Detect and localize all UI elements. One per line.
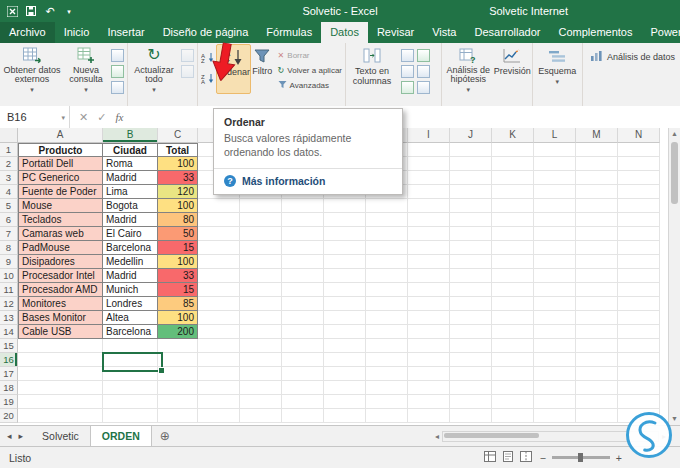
cell-B19[interactable] — [103, 395, 158, 409]
cell-C4[interactable]: 120 — [158, 185, 198, 199]
cell-D14[interactable] — [198, 325, 240, 339]
cell-B13[interactable]: Altea — [103, 311, 158, 325]
cell-D15[interactable] — [198, 339, 240, 353]
mini-tool-icon[interactable] — [401, 65, 414, 78]
cell-B3[interactable]: Madrid — [103, 171, 158, 185]
cell-J20[interactable] — [450, 409, 492, 423]
column-header-M[interactable]: M — [576, 128, 618, 143]
column-header-I[interactable]: I — [408, 128, 450, 143]
cell-B11[interactable]: Munich — [103, 283, 158, 297]
cell-N16[interactable] — [618, 353, 660, 367]
cell-G6[interactable] — [324, 213, 366, 227]
cell-C8[interactable]: 15 — [158, 241, 198, 255]
row-header-11[interactable]: 11 — [0, 283, 18, 297]
cell-E13[interactable] — [240, 311, 282, 325]
cell-A19[interactable] — [18, 395, 103, 409]
cell-K12[interactable] — [492, 297, 534, 311]
add-sheet-button[interactable]: ⊕ — [152, 426, 178, 446]
cell-B10[interactable]: Madrid — [103, 269, 158, 283]
cell-M10[interactable] — [576, 269, 618, 283]
cell-A17[interactable] — [18, 367, 103, 381]
cell-B14[interactable]: Barcelona — [103, 325, 158, 339]
cell-A7[interactable]: Camaras web — [18, 227, 103, 241]
cell-N8[interactable] — [618, 241, 660, 255]
column-header-K[interactable]: K — [492, 128, 534, 143]
row-header-12[interactable]: 12 — [0, 297, 18, 311]
cell-B6[interactable]: Madrid — [103, 213, 158, 227]
cell-C19[interactable] — [158, 395, 198, 409]
cell-H15[interactable] — [366, 339, 408, 353]
forecast-button[interactable]: Previsión — [493, 44, 531, 94]
cell-L5[interactable] — [534, 199, 576, 213]
column-header-B[interactable]: B — [103, 128, 158, 143]
cell-C3[interactable]: 33 — [158, 171, 198, 185]
cell-B7[interactable]: El Cairo — [103, 227, 158, 241]
cell-F9[interactable] — [282, 255, 324, 269]
cell-M1[interactable] — [576, 143, 618, 157]
cell-F13[interactable] — [282, 311, 324, 325]
cell-N4[interactable] — [618, 185, 660, 199]
cell-K15[interactable] — [492, 339, 534, 353]
cell-D9[interactable] — [198, 255, 240, 269]
cell-A10[interactable]: Procesador Intel — [18, 269, 103, 283]
mini-tool-icon[interactable] — [111, 81, 124, 94]
cell-K13[interactable] — [492, 311, 534, 325]
mini-tool-icon[interactable] — [417, 65, 430, 78]
cell-G20[interactable] — [324, 409, 366, 423]
clear-filter-button[interactable]: ✕ Borrar — [278, 49, 342, 61]
row-header-19[interactable]: 19 — [0, 395, 18, 409]
cell-I13[interactable] — [408, 311, 450, 325]
cell-G17[interactable] — [324, 367, 366, 381]
cell-D13[interactable] — [198, 311, 240, 325]
tab-insertar[interactable]: Insertar — [98, 22, 153, 43]
cell-I14[interactable] — [408, 325, 450, 339]
zoom-slider[interactable] — [552, 456, 610, 459]
mini-tool-icon[interactable] — [417, 49, 430, 62]
view-page-break-icon[interactable] — [520, 451, 532, 464]
cell-F17[interactable] — [282, 367, 324, 381]
tooltip-more-info-link[interactable]: ? Más información — [214, 169, 402, 194]
cell-C10[interactable]: 33 — [158, 269, 198, 283]
cell-E17[interactable] — [240, 367, 282, 381]
cell-D7[interactable] — [198, 227, 240, 241]
cell-K17[interactable] — [492, 367, 534, 381]
cell-A8[interactable]: PadMouse — [18, 241, 103, 255]
cell-H18[interactable] — [366, 381, 408, 395]
tab-complementos[interactable]: Complementos — [549, 22, 641, 43]
tab-fórmulas[interactable]: Fórmulas — [257, 22, 321, 43]
cell-A20[interactable] — [18, 409, 103, 423]
cell-D5[interactable] — [198, 199, 240, 213]
cell-C12[interactable]: 85 — [158, 297, 198, 311]
cell-N9[interactable] — [618, 255, 660, 269]
cell-F8[interactable] — [282, 241, 324, 255]
cell-I20[interactable] — [408, 409, 450, 423]
cell-I5[interactable] — [408, 199, 450, 213]
cell-H13[interactable] — [366, 311, 408, 325]
cell-L18[interactable] — [534, 381, 576, 395]
cell-L2[interactable] — [534, 157, 576, 171]
account-name[interactable]: Solvetic Internet — [489, 0, 568, 22]
sheet-tab-orden[interactable]: ORDEN — [91, 426, 152, 446]
cell-I15[interactable] — [408, 339, 450, 353]
cell-I18[interactable] — [408, 381, 450, 395]
cell-C1[interactable]: Total — [158, 143, 198, 157]
cell-E15[interactable] — [240, 339, 282, 353]
cell-G8[interactable] — [324, 241, 366, 255]
vertical-scrollbar[interactable]: ▲ ▼ — [668, 128, 680, 425]
column-header-A[interactable]: A — [18, 128, 103, 143]
row-header-14[interactable]: 14 — [0, 325, 18, 339]
cell-I6[interactable] — [408, 213, 450, 227]
cell-D17[interactable] — [198, 367, 240, 381]
cell-A6[interactable]: Teclados — [18, 213, 103, 227]
tab-diseño-de-página[interactable]: Diseño de página — [154, 22, 258, 43]
outline-button[interactable]: Esquema ▾ — [534, 44, 580, 94]
cell-B12[interactable]: Londres — [103, 297, 158, 311]
row-header-20[interactable]: 20 — [0, 409, 18, 423]
data-analysis-button[interactable]: Análisis de datos — [584, 44, 679, 64]
cell-K3[interactable] — [492, 171, 534, 185]
cell-A15[interactable] — [18, 339, 103, 353]
cell-F19[interactable] — [282, 395, 324, 409]
cell-F6[interactable] — [282, 213, 324, 227]
cell-G16[interactable] — [324, 353, 366, 367]
cell-K5[interactable] — [492, 199, 534, 213]
